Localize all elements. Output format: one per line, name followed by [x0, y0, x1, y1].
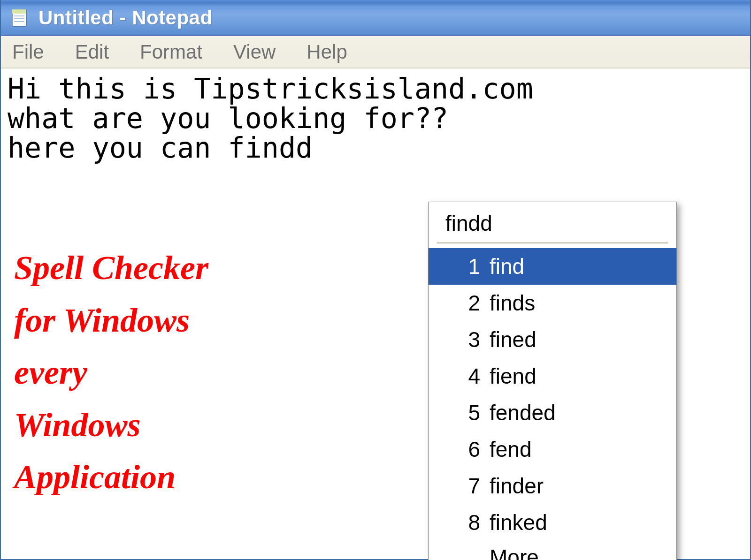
titlebar[interactable]: Untitled - Notepad: [1, 0, 750, 36]
suggestion-word: fend: [490, 437, 532, 462]
suggestion-word: find: [490, 254, 524, 279]
spellcheck-suggestion[interactable]: 6 fend: [429, 431, 676, 468]
doc-line-1: Hi this is Tipstricksisland.com: [8, 72, 533, 105]
spellcheck-suggestion-list: 1 find 2 finds 3 fined 4 fiend 5 fende: [429, 248, 676, 541]
spellcheck-popup: findd 1 find 2 finds 3 fined 4 fiend: [428, 202, 677, 560]
menu-help[interactable]: Help: [299, 39, 354, 65]
suggestion-word: fined: [490, 327, 536, 352]
doc-line-3: here you can findd: [8, 131, 313, 164]
suggestion-number: 6: [461, 437, 480, 462]
overlay-line-2: for Windows: [14, 295, 208, 347]
overlay-line-4: Windows: [14, 399, 208, 452]
suggestion-number: 2: [461, 290, 480, 316]
spellcheck-suggestion[interactable]: 5 fended: [429, 394, 676, 431]
spellcheck-misspelled-word: findd: [429, 202, 676, 240]
suggestion-word: finds: [490, 290, 535, 316]
suggestion-number: 7: [461, 473, 480, 499]
overlay-line-5: Application: [14, 451, 208, 504]
spellcheck-divider: [437, 242, 668, 243]
suggestion-word: fended: [490, 400, 556, 425]
overlay-line-3: every: [14, 347, 208, 399]
menu-file[interactable]: File: [5, 39, 52, 65]
suggestion-number: 3: [461, 327, 480, 352]
spellcheck-suggestion[interactable]: 4 fiend: [429, 358, 676, 394]
overlay-line-1: Spell Checker: [14, 242, 208, 295]
doc-line-2: what are you looking for??: [8, 102, 448, 135]
spellcheck-suggestion[interactable]: 1 find: [429, 248, 676, 285]
suggestion-word: fiend: [490, 363, 536, 389]
suggestion-number: 8: [461, 510, 480, 535]
suggestion-word: finked: [490, 510, 547, 535]
suggestion-number: 5: [461, 400, 480, 425]
spellcheck-more[interactable]: More: [429, 541, 676, 560]
menubar: File Edit Format View Help: [1, 36, 750, 68]
spellcheck-suggestion[interactable]: 3 fined: [429, 321, 676, 358]
document-text[interactable]: Hi this is Tipstricksisland.com what are…: [8, 74, 743, 163]
spellcheck-suggestion[interactable]: 2 finds: [429, 285, 676, 321]
window-title: Untitled - Notepad: [38, 7, 213, 29]
notepad-window: Untitled - Notepad File Edit Format View…: [0, 0, 751, 560]
notepad-icon: [9, 8, 30, 28]
overlay-caption: Spell Checker for Windows every Windows …: [14, 242, 208, 504]
menu-edit[interactable]: Edit: [68, 39, 116, 65]
suggestion-word: finder: [490, 473, 544, 499]
svg-rect-1: [12, 9, 26, 14]
spellcheck-more-label: More: [490, 545, 539, 560]
suggestion-number: 4: [461, 363, 480, 389]
menu-format[interactable]: Format: [132, 39, 210, 65]
spellcheck-suggestion[interactable]: 8 finked: [429, 504, 676, 541]
text-area[interactable]: Hi this is Tipstricksisland.com what are…: [1, 68, 750, 559]
suggestion-number: 1: [461, 254, 480, 279]
spellcheck-suggestion[interactable]: 7 finder: [429, 468, 676, 504]
menu-view[interactable]: View: [226, 39, 283, 65]
